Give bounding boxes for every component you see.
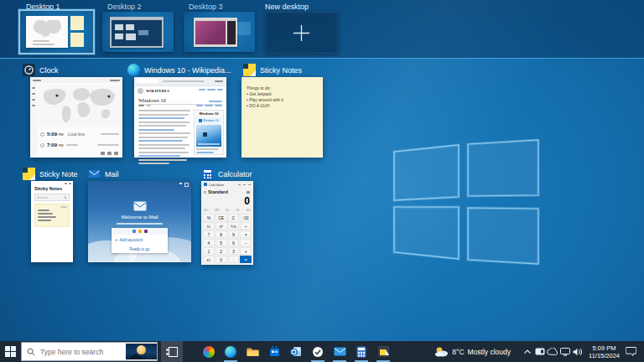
search-icon [64,196,67,199]
store-icon [269,346,280,357]
sticky-note-list-thumbnail[interactable]: Sticky Notes Search... [31,181,73,262]
taskbar-mail-button[interactable] [329,341,351,362]
mail-welcome-text: Welcome to Mail [88,215,191,220]
sticky-note-line: • Get Jetpack [247,91,318,97]
calc-key: 6 [228,239,240,246]
search-highlight-image[interactable] [126,344,157,359]
window-controls [65,183,71,184]
infobox-logo: Windows 10 [196,117,221,124]
clock-app-icon [312,346,324,358]
provider-icon [132,230,136,233]
calculator-icon [204,183,207,186]
taskbar-calculator-button[interactable] [351,341,372,362]
start-button[interactable] [0,341,21,362]
calculator-window-title: Calculator [218,170,252,178]
wiki-header: WIKIPEDIA [138,88,169,94]
sticky-notes-window-title: Sticky Notes [260,66,302,75]
mini-sticky-note [70,33,84,47]
sticky-notes-window-thumbnail[interactable]: Things to do:• Get Jetpack• Play around … [242,77,323,158]
calc-memory-key: M+ [226,209,230,212]
desktop-1-label: Desktop 1 [26,3,60,11]
new-desktop-button[interactable] [265,12,338,54]
taskbar-sticky-notes-button[interactable] [372,341,394,362]
edge-window-thumbnail[interactable]: WIKIPEDIA Windows 10 Windows 10 [134,77,226,158]
taskbar-clock[interactable]: 5:09 PM 11/15/2024 [584,344,625,359]
clock-row-secondary: 7:09 PM [40,141,119,149]
calc-key: ¹⁄ₓ [203,222,215,230]
calculator-icon [356,346,366,358]
mail-add-account-dialog: + Add account Ready to go [112,228,168,253]
calculator-window-thumbnail[interactable]: Calculator ≡ Standard 0 MCMRM+M-MS %CEC⌫… [201,181,253,265]
pen-tablet-icon[interactable] [533,345,546,358]
calc-key: x² [216,222,227,230]
calc-key: 0 [216,256,227,263]
taskbar-store-button[interactable] [263,341,285,362]
clock-date: 11/15/2024 [589,352,620,359]
desktop-3-thumbnail[interactable] [184,12,255,52]
search-input[interactable] [39,347,126,357]
weather-widget[interactable]: 8°C Mostly cloudy [429,341,516,362]
taskbar-clock-app-button[interactable] [307,341,329,362]
calc-memory-key: MC [204,209,208,212]
edge-icon [225,346,236,358]
sticky-list-note-card [34,204,70,227]
taskbar-copilot-button[interactable] [198,341,220,362]
add-account-label: Add account [120,237,143,242]
calc-key: = [240,256,252,263]
window-controls [238,184,251,185]
mail-window-header: Mail [88,168,119,180]
task-view-button[interactable] [161,341,183,362]
calc-title: Calculator [209,183,224,187]
network-icon[interactable] [558,345,571,358]
clock-window-title: Clock [39,66,59,75]
plus-icon: + [115,237,118,242]
clock-window-header: Clock [23,64,59,76]
onedrive-icon[interactable] [546,345,558,358]
calc-key: % [203,214,215,221]
ready-to-go-label: Ready to go [112,247,168,251]
wiki-tabs-row [138,105,222,106]
wiki-header-links [199,89,223,90]
calc-display: 0 [244,195,250,207]
calc-memory-key: MS [247,209,251,212]
action-center-icon[interactable] [625,345,637,358]
calc-keys-grid: %CEC⌫¹⁄ₓx²²√x÷789×456−123++/-0.= [203,214,252,263]
mail-subtext [117,223,163,225]
mini-window [194,18,237,47]
calc-key: ÷ [240,222,252,230]
mini-clock-window [26,16,68,48]
copilot-icon [203,346,215,358]
calc-key: +/- [203,256,215,263]
mini-sticky-note [70,16,84,30]
browser-chrome [134,77,226,86]
history-icon [247,191,250,194]
taskbar-edge-button[interactable] [220,341,242,362]
desktop-2-thumbnail[interactable] [102,12,174,52]
calc-key: 8 [216,230,227,238]
calculator-icon [201,168,214,180]
sticky-note-line: • Play around with it [247,97,318,103]
taskbar-outlook-button[interactable] [285,341,307,362]
clock-nav-rail [30,83,37,158]
calc-key: 4 [203,239,215,246]
edge-icon [127,64,140,76]
calc-key: 7 [203,230,215,238]
desktop-1-thumbnail[interactable] [21,12,92,52]
sticky-note-text: Things to do:• Get Jetpack• Play around … [247,85,318,109]
taskbar-search-box[interactable] [21,342,158,361]
hidden-icons-chevron[interactable] [521,345,533,358]
mail-window-thumbnail[interactable]: Welcome to Mail + Add account Ready to g… [88,181,191,262]
clock-window-thumbnail[interactable]: 5:09 PM Local time 7:09 PM [30,77,122,158]
desktop-3-label: Desktop 3 [189,3,223,11]
clock-row-local: 5:09 PM Local time [40,130,119,138]
calc-key: ⌫ [240,214,252,221]
sticky-note-list-header: Sticky Note [23,168,78,180]
volume-icon[interactable] [571,345,584,358]
hamburger-icon: ≡ [204,189,206,194]
world-map [39,85,121,127]
edge-window-title: Windows 10 - Wikipedia... [144,66,231,75]
taskbar-file-explorer-button[interactable] [242,341,263,362]
clock-titlebar [30,77,122,83]
task-view-icon [166,347,178,357]
sticky-note-list-title: Sticky Note [39,170,78,178]
